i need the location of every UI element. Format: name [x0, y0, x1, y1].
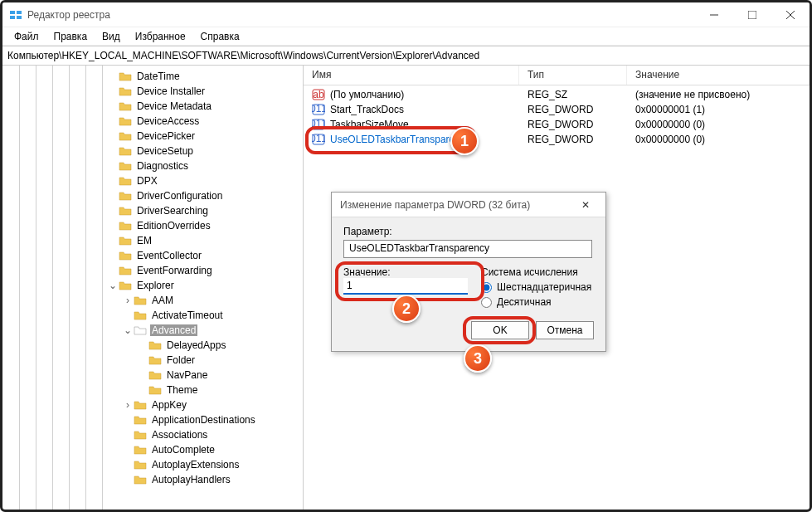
- value-input[interactable]: [343, 278, 468, 295]
- menu-view[interactable]: Вид: [95, 29, 127, 44]
- value-type: REG_DWORD: [519, 119, 627, 130]
- menu-favorites[interactable]: Избранное: [129, 29, 192, 44]
- value-name: (По умолчанию): [330, 89, 404, 100]
- tree-item[interactable]: ›AppKey: [2, 397, 303, 412]
- tree-item[interactable]: EM: [2, 233, 303, 248]
- tree-item[interactable]: EventCollector: [2, 248, 303, 263]
- tree-label: ActivateTimeout: [150, 310, 225, 321]
- close-button[interactable]: [771, 2, 810, 27]
- tree-item[interactable]: AutoComplete: [2, 442, 303, 457]
- tree-label: DevicePicker: [135, 130, 197, 142]
- expand-icon[interactable]: ⌄: [122, 324, 134, 336]
- value-type: REG_SZ: [519, 89, 627, 100]
- svg-rect-2: [10, 16, 15, 19]
- tree-item[interactable]: Theme: [2, 383, 303, 397]
- col-type[interactable]: Тип: [519, 66, 627, 85]
- svg-rect-3: [17, 16, 22, 19]
- tree-label: AutoplayHandlers: [150, 474, 232, 485]
- tree-item[interactable]: ApplicationDestinations: [2, 412, 303, 427]
- tree-item[interactable]: Folder: [2, 353, 303, 368]
- svg-text:011: 011: [312, 103, 325, 115]
- menu-file[interactable]: Файл: [7, 29, 46, 44]
- radio-dec[interactable]: Десятичная: [481, 296, 591, 308]
- svg-rect-1: [17, 11, 22, 14]
- list-row[interactable]: ab(По умолчанию)REG_SZ(значение не присв…: [304, 87, 810, 102]
- col-name[interactable]: Имя: [304, 66, 519, 85]
- list-row[interactable]: 011Start_TrackDocsREG_DWORD0x00000001 (1…: [304, 102, 810, 117]
- param-field[interactable]: UseOLEDTaskbarTransparency: [343, 240, 592, 258]
- tree-item[interactable]: Associations: [2, 427, 303, 442]
- tree-item[interactable]: NavPane: [2, 368, 303, 383]
- tree-item[interactable]: AutoplayHandlers: [2, 472, 303, 487]
- titlebar: Редактор реестра: [2, 2, 810, 27]
- window-controls: [695, 2, 810, 27]
- value-type: REG_DWORD: [519, 134, 627, 145]
- radio-hex-input[interactable]: [481, 282, 492, 293]
- tree-label: EventCollector: [135, 250, 203, 261]
- tree-item[interactable]: DriverConfiguration: [2, 188, 303, 203]
- value-name: UseOLEDTaskbarTransparency: [330, 134, 470, 145]
- radio-dec-input[interactable]: [481, 297, 492, 308]
- tree-item[interactable]: DriverSearching: [2, 203, 303, 218]
- value-name: TaskbarSizeMove: [330, 119, 409, 130]
- tree-label: Folder: [165, 354, 197, 366]
- menu-edit[interactable]: Правка: [47, 29, 95, 44]
- badge-1: 1: [450, 127, 479, 155]
- tree-item[interactable]: DateTime: [2, 69, 303, 84]
- menu-help[interactable]: Справка: [194, 29, 246, 44]
- ok-button[interactable]: OK: [471, 321, 529, 339]
- tree-label: Associations: [150, 429, 209, 441]
- tree-label: DriverConfiguration: [135, 190, 224, 202]
- list-row[interactable]: 011TaskbarSizeMoveREG_DWORD0x00000000 (0…: [304, 117, 810, 132]
- minimize-button[interactable]: [695, 2, 733, 27]
- maximize-button[interactable]: [733, 2, 771, 27]
- tree-item[interactable]: Device Installer: [2, 84, 303, 99]
- address-bar[interactable]: Компьютер\HKEY_LOCAL_MACHINE\SOFTWARE\Mi…: [2, 46, 810, 66]
- value-name: Start_TrackDocs: [330, 104, 404, 115]
- app-icon: [9, 8, 22, 22]
- tree-item[interactable]: EventForwarding: [2, 263, 303, 278]
- tree-item[interactable]: DPX: [2, 173, 303, 188]
- tree-label: DriverSearching: [135, 205, 210, 217]
- tree-panel[interactable]: DateTimeDevice InstallerDevice MetadataD…: [2, 66, 304, 510]
- cancel-button[interactable]: Отмена: [536, 321, 594, 339]
- svg-text:ab: ab: [313, 89, 324, 100]
- param-label: Параметр:: [343, 226, 594, 237]
- tree-item[interactable]: ActivateTimeout: [2, 308, 303, 323]
- list-header: Имя Тип Значение: [304, 66, 810, 85]
- tree-item[interactable]: ›AAM: [2, 293, 303, 308]
- expand-icon[interactable]: ›: [122, 399, 134, 411]
- tree-item[interactable]: Diagnostics: [2, 158, 303, 173]
- tree-label: AutoComplete: [150, 444, 216, 456]
- tree-item[interactable]: DeviceAccess: [2, 114, 303, 129]
- tree-label: DelayedApps: [165, 339, 227, 351]
- expand-icon[interactable]: ›: [122, 295, 134, 306]
- dialog-close-button[interactable]: ✕: [574, 199, 597, 211]
- tree-label: Advanced: [150, 324, 197, 336]
- tree-label: ApplicationDestinations: [150, 414, 257, 426]
- tree-item[interactable]: ⌄Explorer: [2, 278, 303, 293]
- tree-item[interactable]: AutoplayExtensions: [2, 457, 303, 472]
- tree-item[interactable]: ⌄Advanced: [2, 323, 303, 338]
- value-data: 0x00000000 (0): [627, 134, 810, 145]
- tree-label: DeviceAccess: [135, 115, 201, 127]
- tree-item[interactable]: Device Metadata: [2, 99, 303, 114]
- svg-text:011: 011: [312, 118, 325, 129]
- tree-item[interactable]: DelayedApps: [2, 338, 303, 353]
- col-value[interactable]: Значение: [627, 66, 810, 85]
- tree-label: DeviceSetup: [135, 145, 195, 157]
- tree-label: EventForwarding: [135, 265, 214, 276]
- list-row[interactable]: 011UseOLEDTaskbarTransparencyREG_DWORD0x…: [304, 132, 810, 147]
- tree-item[interactable]: DevicePicker: [2, 129, 303, 144]
- dialog-titlebar: Изменение параметра DWORD (32 бита) ✕: [332, 193, 605, 217]
- edit-dword-dialog: Изменение параметра DWORD (32 бита) ✕ Па…: [331, 192, 606, 352]
- expand-icon[interactable]: ⌄: [107, 280, 119, 291]
- svg-rect-0: [10, 11, 15, 14]
- tree-label: DateTime: [135, 71, 182, 82]
- radio-hex[interactable]: Шестнадцатеричная: [481, 281, 591, 293]
- base-label: Система исчисления: [481, 266, 591, 278]
- tree-item[interactable]: EditionOverrides: [2, 218, 303, 233]
- tree-item[interactable]: DeviceSetup: [2, 144, 303, 158]
- regedit-window: Редактор реестра Файл Правка Вид Избранн…: [0, 0, 812, 512]
- value-data: (значение не присвоено): [627, 89, 810, 100]
